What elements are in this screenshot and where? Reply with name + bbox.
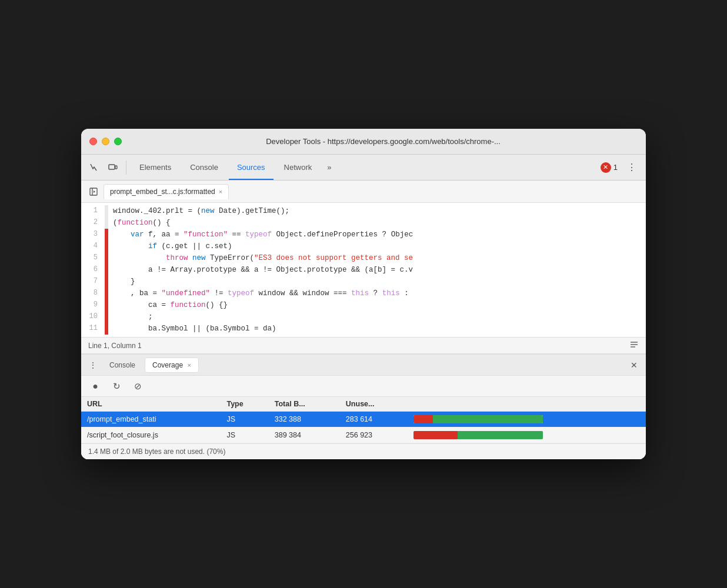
cell-unused: 256 923 <box>340 427 408 443</box>
error-count: 1 <box>613 163 618 172</box>
col-url: URL <box>81 397 221 412</box>
line-number-9: 9 <box>81 299 105 310</box>
line-code-7: } <box>113 276 646 288</box>
line-gutter-9 <box>105 299 108 311</box>
line-code-6: a != Array.prototype && a != Object.prot… <box>113 264 646 276</box>
cell-url: /script_foot_closure.js <box>81 427 221 443</box>
cell-type: JS <box>221 412 268 427</box>
line-number-3: 3 <box>81 229 105 240</box>
file-tab-name: prompt_embed_st...c.js:formatted <box>110 188 215 196</box>
line-number-2: 2 <box>81 217 105 228</box>
tab-coverage[interactable]: Coverage × <box>145 358 199 373</box>
table-header-row: URL Type Total B... Unuse... <box>81 397 646 412</box>
code-line-9: 9 ca = function() {} <box>81 299 646 311</box>
device-toggle-icon[interactable] <box>105 159 121 176</box>
close-bottom-panel[interactable]: ✕ <box>627 358 641 372</box>
file-tab-close-icon[interactable]: × <box>219 188 222 195</box>
close-button[interactable] <box>89 138 97 145</box>
reload-button[interactable]: ↻ <box>109 379 124 393</box>
main-content: prompt_embed_st...c.js:formatted × 1 win… <box>81 181 646 353</box>
line-number-10: 10 <box>81 311 105 322</box>
maximize-button[interactable] <box>114 138 122 145</box>
coverage-toolbar: ● ↻ ⊘ <box>81 376 646 397</box>
clear-button[interactable]: ⊘ <box>131 379 145 393</box>
line-code-1: window._402.prlt = (new Date).getTime(); <box>113 205 646 217</box>
line-code-2: (function() { <box>113 217 646 229</box>
record-coverage-button[interactable]: ● <box>88 379 102 393</box>
col-unused: Unuse... <box>340 397 408 412</box>
tab-sources[interactable]: Sources <box>229 159 274 175</box>
toggle-sidebar-icon[interactable] <box>86 184 101 199</box>
svg-rect-0 <box>109 165 115 169</box>
status-bar: Line 1, Column 1 <box>81 337 646 353</box>
code-line-5: 5 throw new TypeError("ES3 does not supp… <box>81 252 646 264</box>
table-row[interactable]: /script_foot_closure.jsJS389 384256 923 <box>81 427 646 443</box>
titlebar: Developer Tools - https://developers.goo… <box>81 129 646 155</box>
line-number-1: 1 <box>81 205 105 216</box>
code-line-6: 6 a != Array.prototype && a != Object.pr… <box>81 264 646 276</box>
line-code-5: throw new TypeError("ES3 does not suppor… <box>113 252 646 264</box>
code-line-7: 7 } <box>81 276 646 288</box>
line-gutter-8 <box>105 288 108 299</box>
coverage-footer: 1.4 MB of 2.0 MB bytes are not used. (70… <box>81 443 646 459</box>
line-number-4: 4 <box>81 240 105 252</box>
code-line-8: 8 , ba = "undefined" != typeof window &&… <box>81 288 646 299</box>
bottom-panel: ⋮ Console Coverage × ✕ ● ↻ ⊘ URL Type <box>81 353 646 459</box>
code-line-2: 2 (function() { <box>81 217 646 229</box>
file-tab-active[interactable]: prompt_embed_st...c.js:formatted × <box>104 184 229 199</box>
line-code-3: var f, aa = "function" == typeof Object.… <box>113 229 646 240</box>
file-tabbar: prompt_embed_st...c.js:formatted × <box>81 181 646 203</box>
svg-rect-6 <box>631 344 638 345</box>
svg-rect-7 <box>631 346 635 348</box>
svg-marker-4 <box>94 191 95 193</box>
error-icon: ✕ <box>601 162 611 173</box>
line-gutter-5 <box>105 252 108 264</box>
cell-bar <box>408 427 646 443</box>
line-number-6: 6 <box>81 264 105 275</box>
minimize-button[interactable] <box>102 138 109 145</box>
line-code-4: if (c.get || c.set) <box>113 240 646 252</box>
line-code-9: ca = function() {} <box>113 299 646 311</box>
status-right <box>629 340 639 351</box>
tab-divider <box>126 161 126 175</box>
error-badge: ✕ 1 <box>601 162 618 173</box>
inspect-icon[interactable] <box>86 159 102 176</box>
line-code-8: , ba = "undefined" != typeof window && w… <box>113 288 646 299</box>
col-type: Type <box>221 397 268 412</box>
tab-elements[interactable]: Elements <box>131 159 179 175</box>
format-icon[interactable] <box>629 340 639 349</box>
traffic-lights <box>89 138 122 145</box>
line-gutter-2 <box>105 217 108 229</box>
line-number-5: 5 <box>81 252 105 263</box>
tabsbar-right: ✕ 1 ⋮ <box>601 159 641 175</box>
svg-rect-5 <box>631 342 638 343</box>
tab-console[interactable]: Console <box>182 159 226 175</box>
code-line-11: 11 ba.Symbol || (ba.Symbol = da) <box>81 323 646 335</box>
cell-url: /prompt_embed_stati <box>81 412 221 427</box>
line-code-10: ; <box>113 311 646 323</box>
line-gutter-11 <box>105 323 108 335</box>
tab-more[interactable]: » <box>322 161 336 174</box>
devtools-window: Developer Tools - https://developers.goo… <box>81 129 646 459</box>
col-total: Total B... <box>269 397 340 412</box>
line-code-11: ba.Symbol || (ba.Symbol = da) <box>113 323 646 335</box>
cell-total: 389 384 <box>269 427 340 443</box>
tab-network[interactable]: Network <box>276 159 321 175</box>
cell-total: 332 388 <box>269 412 340 427</box>
line-gutter-1 <box>105 205 108 217</box>
kebab-menu-button[interactable]: ⋮ <box>622 159 641 175</box>
table-row[interactable]: /prompt_embed_statiJS332 388283 614 <box>81 412 646 427</box>
code-editor[interactable]: 1 window._402.prlt = (new Date).getTime(… <box>81 203 646 337</box>
coverage-tab-close[interactable]: × <box>187 362 191 369</box>
tab-console-bottom[interactable]: Console <box>102 358 142 372</box>
line-number-7: 7 <box>81 276 105 287</box>
bottom-tabbar: ⋮ Console Coverage × ✕ <box>81 355 646 376</box>
window-title: Developer Tools - https://developers.goo… <box>129 137 638 146</box>
coverage-table-container: URL Type Total B... Unuse... /prompt_emb… <box>81 397 646 443</box>
footer-text: 1.4 MB of 2.0 MB bytes are not used. (70… <box>88 447 225 456</box>
bottom-panel-kebab[interactable]: ⋮ <box>86 358 100 372</box>
coverage-table: URL Type Total B... Unuse... /prompt_emb… <box>81 397 646 443</box>
code-line-10: 10 ; <box>81 311 646 323</box>
line-gutter-6 <box>105 264 108 276</box>
line-gutter-3 <box>105 229 108 240</box>
